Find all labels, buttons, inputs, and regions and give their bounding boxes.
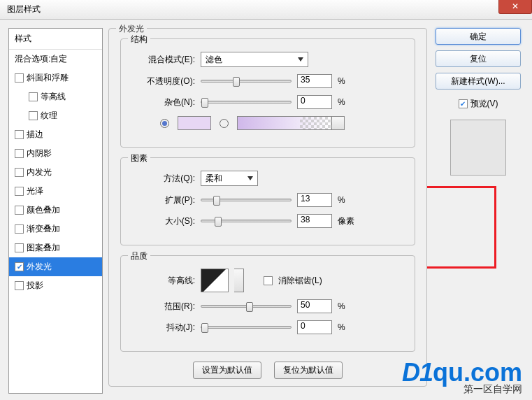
range-input[interactable]: 50 (297, 299, 332, 313)
size-input[interactable]: 38 (297, 214, 332, 228)
sidebar-item-label: 等高线 (41, 91, 66, 103)
sidebar-checkbox[interactable] (29, 111, 38, 120)
chevron-down-icon (298, 57, 303, 62)
default-buttons-row: 设置为默认值 复位为默认值 (120, 362, 415, 379)
sidebar-item-5[interactable]: 内发光 (9, 163, 102, 182)
window-title: 图层样式 (7, 4, 41, 14)
sidebar-item-label: 投影 (27, 280, 43, 292)
ok-button[interactable]: 确定 (436, 28, 521, 45)
chevron-down-icon (247, 176, 253, 180)
sidebar-item-label: 描边 (27, 129, 43, 141)
make-default-button[interactable]: 设置为默认值 (193, 362, 261, 379)
title-bar: 图层样式 ✕ (0, 0, 532, 20)
sidebar-item-9[interactable]: 图案叠加 (9, 238, 102, 257)
sidebar-checkbox[interactable] (15, 130, 24, 139)
sidebar-item-1[interactable]: 等高线 (9, 87, 102, 106)
new-style-button[interactable]: 新建样式(W)... (436, 73, 521, 90)
spread-label: 扩展(P): (132, 194, 195, 206)
size-slider[interactable] (201, 220, 292, 222)
range-slider[interactable] (201, 305, 292, 308)
gradient-radio[interactable] (220, 119, 229, 128)
jitter-input[interactable]: 0 (297, 320, 332, 334)
opacity-unit: % (338, 76, 357, 86)
watermark: D1qu.com 第一区自学网 (402, 358, 522, 396)
noise-slider[interactable] (201, 101, 292, 103)
opacity-slider[interactable] (201, 80, 292, 83)
preview-label: 预览(V) (470, 98, 498, 110)
effect-panel-outer-glow: 外发光 结构 混合模式(E): 滤色 不透明度(O): 35 % (108, 28, 427, 387)
elements-group: 图素 方法(Q): 柔和 扩展(P): 13 % 大小(S): (120, 157, 415, 245)
blend-mode-label: 混合模式(E): (132, 54, 195, 66)
quality-legend: 品质 (128, 250, 150, 262)
sidebar-item-label: 斜面和浮雕 (27, 72, 69, 84)
sidebar-checkbox[interactable]: ✔ (15, 262, 24, 271)
contour-thumbnail[interactable] (201, 269, 229, 292)
sidebar-item-label: 颜色叠加 (27, 204, 60, 216)
contour-label: 等高线: (132, 275, 195, 287)
opacity-input[interactable]: 35 (297, 74, 332, 88)
spread-unit: % (338, 195, 357, 205)
opacity-label: 不透明度(O): (132, 76, 195, 87)
spread-slider[interactable] (201, 199, 292, 201)
color-swatch[interactable] (178, 116, 211, 130)
right-button-panel: 确定 复位 新建样式(W)... ✔ 预览(V) (433, 28, 524, 394)
sidebar-item-3[interactable]: 描边 (9, 125, 102, 144)
style-list-sidebar: 样式 混合选项:自定 斜面和浮雕等高线纹理描边内阴影内发光光泽颜色叠加渐变叠加图… (8, 28, 103, 394)
sidebar-checkbox[interactable] (15, 243, 24, 252)
reset-button[interactable]: 复位 (436, 50, 521, 67)
noise-input[interactable]: 0 (297, 95, 332, 109)
reset-default-button[interactable]: 复位为默认值 (274, 362, 343, 379)
sidebar-item-label: 图案叠加 (27, 242, 60, 254)
sidebar-item-label: 纹理 (41, 110, 57, 122)
sidebar-checkbox[interactable] (15, 149, 24, 158)
sidebar-item-label: 内阴影 (27, 148, 52, 159)
size-label: 大小(S): (132, 215, 195, 227)
preview-checkbox[interactable]: ✔ (459, 99, 468, 108)
spread-input[interactable]: 13 (297, 193, 332, 207)
sidebar-checkbox[interactable] (15, 73, 24, 83)
sidebar-blending-options[interactable]: 混合选项:自定 (9, 50, 102, 69)
sidebar-item-4[interactable]: 内阴影 (9, 144, 102, 163)
structure-legend: 结构 (128, 34, 150, 45)
jitter-label: 抖动(J): (132, 322, 195, 334)
sidebar-item-7[interactable]: 颜色叠加 (9, 201, 102, 220)
sidebar-item-label: 光泽 (27, 185, 43, 197)
close-button[interactable]: ✕ (498, 0, 532, 14)
sidebar-item-10[interactable]: ✔外发光 (9, 257, 102, 276)
sidebar-checkbox[interactable] (15, 281, 24, 290)
noise-unit: % (338, 97, 357, 107)
main-panel: 外发光 结构 混合模式(E): 滤色 不透明度(O): 35 % (108, 28, 427, 394)
size-unit: 像素 (338, 215, 357, 227)
dialog-body: 样式 混合选项:自定 斜面和浮雕等高线纹理描边内阴影内发光光泽颜色叠加渐变叠加图… (0, 20, 532, 400)
sidebar-item-2[interactable]: 纹理 (9, 106, 102, 125)
elements-legend: 图素 (128, 152, 150, 164)
jitter-unit: % (338, 322, 357, 332)
sidebar-checkbox[interactable] (15, 206, 24, 215)
noise-label: 杂色(N): (132, 97, 195, 108)
sidebar-item-8[interactable]: 渐变叠加 (9, 220, 102, 238)
gradient-swatch[interactable] (237, 116, 332, 130)
sidebar-checkbox[interactable] (15, 187, 24, 196)
method-label: 方法(Q): (132, 173, 195, 185)
sidebar-checkbox[interactable] (15, 224, 24, 234)
blend-mode-dropdown[interactable]: 滤色 (201, 52, 308, 67)
sidebar-item-6[interactable]: 光泽 (9, 182, 102, 201)
sidebar-item-label: 外发光 (27, 261, 52, 273)
method-dropdown[interactable]: 柔和 (201, 171, 258, 186)
antialias-label: 消除锯齿(L) (278, 275, 322, 287)
jitter-slider[interactable] (201, 326, 292, 329)
range-unit: % (338, 301, 357, 311)
range-label: 范围(R): (132, 301, 195, 313)
sidebar-checkbox[interactable] (15, 168, 24, 177)
sidebar-header: 样式 (9, 29, 102, 50)
preview-thumbnail (450, 120, 506, 176)
gradient-dropdown-arrow[interactable] (332, 116, 345, 130)
antialias-checkbox[interactable] (264, 276, 273, 285)
color-radio[interactable] (160, 119, 169, 128)
structure-group: 结构 混合模式(E): 滤色 不透明度(O): 35 % 杂色(N): (120, 38, 415, 148)
sidebar-item-0[interactable]: 斜面和浮雕 (9, 69, 102, 87)
sidebar-item-label: 渐变叠加 (27, 223, 60, 235)
contour-dropdown-arrow[interactable] (234, 269, 244, 292)
sidebar-checkbox[interactable] (29, 92, 38, 101)
sidebar-item-11[interactable]: 投影 (9, 276, 102, 295)
